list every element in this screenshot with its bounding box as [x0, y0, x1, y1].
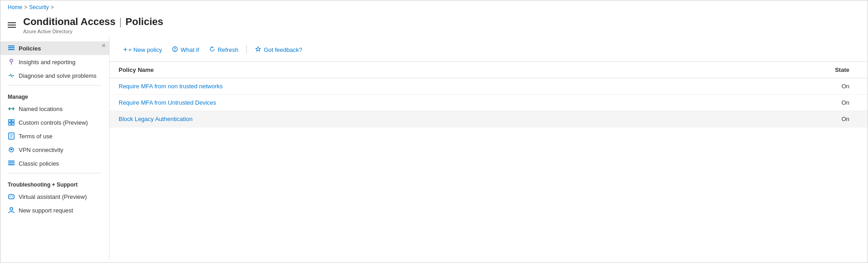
breadcrumb-sep2: > [50, 4, 54, 10]
manage-divider [8, 85, 102, 86]
support-divider [8, 173, 102, 173]
sidebar-label-policies: Policies [19, 45, 41, 52]
sidebar-item-virtual-assistant[interactable]: Virtual assistant (Preview) [0, 190, 109, 203]
svg-point-24 [12, 197, 13, 197]
policy-link[interactable]: Block Legacy Authentication [119, 116, 193, 122]
table-row[interactable]: Require MFA from Untrusted DevicesOn [110, 95, 868, 111]
svg-point-28 [175, 47, 176, 49]
sidebar-label-custom-controls: Custom controls (Preview) [19, 119, 88, 126]
sidebar-item-named-locations[interactable]: Named locations [0, 102, 109, 116]
sidebar-item-policies[interactable]: Policies [0, 41, 109, 55]
col-header-state: State [675, 62, 868, 78]
table-header-row: Policy Name State [110, 62, 868, 78]
sidebar-item-terms[interactable]: Terms of use [0, 129, 109, 143]
svg-rect-0 [8, 46, 15, 46]
svg-rect-10 [12, 120, 14, 122]
page-wrapper: Home > Security > Conditional Access | P… [0, 0, 868, 263]
title-divider: | [119, 16, 122, 28]
sidebar-item-diagnose[interactable]: Diagnose and solve problems [0, 69, 109, 82]
sidebar-label-classic: Classic policies [19, 160, 59, 167]
policy-link[interactable]: Require MFA from non trusted networks [119, 83, 223, 90]
policy-name-cell[interactable]: Block Legacy Authentication [110, 111, 675, 127]
new-policy-button[interactable]: + + New policy [119, 43, 166, 56]
content-area: + + New policy What if Refresh [110, 38, 868, 260]
sidebar-label-insights: Insights and reporting [19, 59, 75, 66]
refresh-button[interactable]: Refresh [205, 44, 243, 56]
diagnose-icon [8, 72, 15, 79]
svg-rect-22 [9, 195, 14, 199]
sidebar-label-diagnose: Diagnose and solve problems [19, 72, 96, 79]
new-policy-icon: + [123, 46, 127, 54]
feedback-button[interactable]: Got feedback? [250, 44, 307, 56]
sidebar-item-insights[interactable]: Insights and reporting [0, 55, 109, 69]
policy-table-body: Require MFA from non trusted networksOnR… [110, 78, 868, 127]
svg-rect-2 [8, 49, 15, 50]
sidebar-item-vpn[interactable]: VPN connectivity [0, 143, 109, 157]
collapse-button[interactable]: « [102, 41, 105, 49]
policies-icon [8, 45, 15, 52]
svg-rect-1 [8, 47, 15, 48]
sidebar-item-new-support[interactable]: New support request [0, 203, 109, 217]
insights-icon [8, 58, 15, 66]
new-support-icon [8, 207, 15, 214]
policy-table: Policy Name State Require MFA from non t… [110, 62, 868, 127]
policy-state-cell: On [675, 111, 868, 127]
breadcrumb-sep1: > [24, 4, 27, 10]
sidebar-item-classic[interactable]: Classic policies [0, 157, 109, 170]
what-if-icon [172, 46, 178, 54]
main-layout: « Policies Insights and reporting [0, 38, 868, 260]
breadcrumb: Home > Security > [0, 0, 868, 14]
sidebar-label-terms: Terms of use [19, 133, 52, 140]
vpn-icon [8, 146, 15, 153]
feedback-icon [255, 46, 261, 54]
sidebar-label-virtual-assistant: Virtual assistant (Preview) [19, 193, 87, 200]
page-title-block: Conditional Access | Policies Azure Acti… [23, 16, 163, 34]
toolbar: + + New policy What if Refresh [110, 38, 868, 62]
svg-rect-21 [8, 164, 15, 165]
table-row[interactable]: Block Legacy AuthenticationOn [110, 111, 868, 127]
sidebar: « Policies Insights and reporting [0, 38, 110, 260]
sidebar-label-named-locations: Named locations [19, 106, 63, 112]
manage-label: Manage [0, 88, 109, 102]
svg-rect-12 [12, 123, 14, 125]
page-subtitle: Azure Active Directory [23, 29, 163, 34]
policy-state-cell: On [675, 95, 868, 111]
table-row[interactable]: Require MFA from non trusted networksOn [110, 78, 868, 95]
refresh-icon [209, 46, 215, 54]
svg-line-7 [10, 74, 12, 77]
support-label: Troubleshooting + Support [0, 176, 109, 190]
what-if-label: What if [180, 46, 199, 53]
page-title: Conditional Access | Policies [23, 16, 163, 28]
svg-point-27 [173, 46, 178, 51]
svg-rect-20 [8, 162, 15, 163]
refresh-label: Refresh [218, 46, 239, 53]
virtual-assistant-icon [8, 193, 15, 200]
policy-name-cell[interactable]: Require MFA from Untrusted Devices [110, 95, 675, 111]
hamburger-icon[interactable] [8, 22, 16, 28]
policy-name-cell[interactable]: Require MFA from non trusted networks [110, 78, 675, 95]
new-policy-label: + New policy [128, 46, 162, 53]
svg-point-3 [10, 59, 13, 62]
what-if-button[interactable]: What if [167, 44, 203, 56]
feedback-label: Got feedback? [264, 46, 302, 53]
toolbar-separator [246, 45, 247, 54]
sidebar-label-new-support: New support request [19, 207, 73, 214]
terms-icon [8, 132, 15, 140]
svg-point-18 [11, 149, 12, 151]
col-header-policy: Policy Name [110, 62, 675, 78]
policy-link[interactable]: Require MFA from Untrusted Devices [119, 99, 216, 106]
breadcrumb-security[interactable]: Security [29, 4, 49, 10]
svg-point-26 [10, 207, 13, 210]
svg-rect-19 [8, 161, 15, 162]
sidebar-item-custom-controls[interactable]: Custom controls (Preview) [0, 116, 109, 129]
sidebar-label-vpn: VPN connectivity [19, 147, 63, 153]
policy-state-cell: On [675, 78, 868, 95]
classic-icon [8, 160, 15, 167]
title-main: Conditional Access [23, 16, 115, 28]
breadcrumb-home[interactable]: Home [8, 4, 22, 10]
svg-rect-9 [9, 120, 11, 122]
page-header: Conditional Access | Policies Azure Acti… [0, 14, 868, 38]
svg-rect-11 [9, 123, 11, 125]
custom-controls-icon [8, 119, 15, 126]
title-section: Policies [125, 16, 163, 28]
